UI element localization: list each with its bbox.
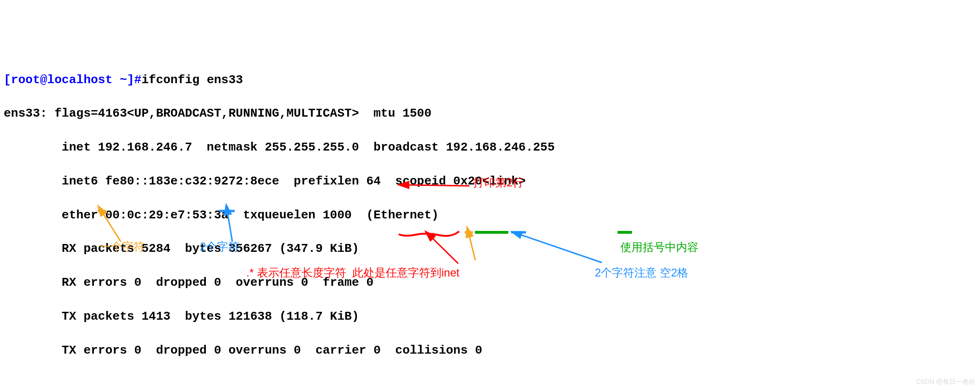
annotation-overlay — [0, 0, 980, 388]
ifconfig-output-line: ens33: flags=4163<UP,BROADCAST,RUNNING,M… — [4, 105, 976, 122]
annotation-two-chars-left: 2个字符 — [200, 239, 239, 255]
ifconfig-output-line: inet 192.168.246.7 netmask 255.255.255.0… — [4, 139, 976, 156]
ifconfig-output-line: RX packets 5284 bytes 356267 (347.9 KiB) — [4, 240, 976, 257]
terminal-line-1: [root@localhost ~]#ifconfig ens33 — [4, 72, 976, 88]
annotation-one-char: 一个字符 — [100, 239, 145, 255]
annotation-use-parentheses: 使用括号中内容 — [620, 239, 698, 255]
command-text: ifconfig ens33 — [141, 73, 243, 87]
blank-line — [4, 376, 976, 388]
annotation-dotstar-note: .* 表示任意长度字符 此处是任意字符到inet — [246, 265, 460, 281]
ifconfig-output-line: RX errors 0 dropped 0 overruns 0 frame 0 — [4, 274, 976, 291]
annotation-print-line-2: 打印第2行 — [473, 175, 524, 191]
prompt-prefix: [root@localhost ~]# — [4, 73, 141, 87]
ifconfig-output-line: ether 00:0c:29:e7:53:3a txqueuelen 1000 … — [4, 207, 976, 224]
watermark: CSDN @每日一卷哈 — [916, 377, 975, 387]
ifconfig-output-line: TX packets 1413 bytes 121638 (118.7 KiB) — [4, 308, 976, 325]
ifconfig-output-line: TX errors 0 dropped 0 overruns 0 carrier… — [4, 342, 976, 359]
annotation-two-chars-space: 2个字符注意 空2格 — [595, 265, 688, 281]
